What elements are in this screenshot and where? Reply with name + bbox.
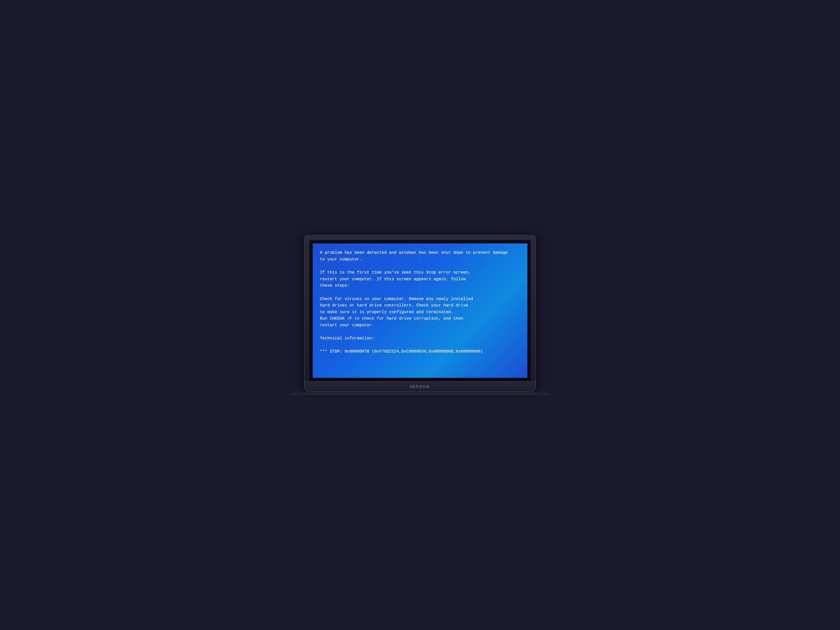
laptop-base [291, 392, 549, 395]
brand-label: lenovo [410, 384, 430, 389]
bsod-screen: A problem has been detected and windows … [313, 243, 527, 377]
laptop-outer: A problem has been detected and windows … [304, 235, 536, 381]
laptop-bottom: lenovo [304, 382, 536, 392]
screen-bezel: A problem has been detected and windows … [309, 240, 531, 381]
bsod-text: A problem has been detected and windows … [320, 249, 520, 355]
